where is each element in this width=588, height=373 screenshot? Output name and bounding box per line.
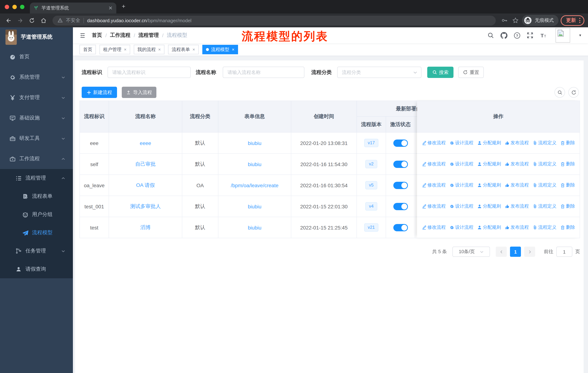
tag-view-item[interactable]: 我的流程× xyxy=(134,45,164,54)
op-link-definition[interactable]: 流程定义 xyxy=(532,182,556,188)
window-controls[interactable] xyxy=(5,5,24,9)
back-icon[interactable] xyxy=(4,16,13,25)
op-link-delete[interactable]: 删除 xyxy=(560,224,575,231)
version-badge[interactable]: v5 xyxy=(365,181,377,189)
breadcrumb-item[interactable]: 流程管理 xyxy=(138,32,159,39)
reload-icon[interactable] xyxy=(27,16,36,25)
op-link-assign[interactable]: 分配规则 xyxy=(477,203,501,210)
op-link-publish[interactable]: 发布流程 xyxy=(505,140,529,146)
page-size-select[interactable]: 10条/页 xyxy=(452,247,490,257)
next-page-button[interactable] xyxy=(524,247,535,257)
active-toggle[interactable] xyxy=(393,161,408,168)
browser-tab[interactable]: 芋道管理系统 ✕ xyxy=(30,2,116,13)
bookmark-star-icon[interactable] xyxy=(511,16,520,25)
form-info-link[interactable]: /bpm/oa/leave/create xyxy=(231,182,279,188)
reset-button[interactable]: 重置 xyxy=(458,67,484,78)
chevron-down-icon[interactable]: ▼ xyxy=(578,33,582,37)
forward-icon[interactable] xyxy=(15,16,25,25)
op-link-edit[interactable]: 修改流程 xyxy=(422,140,446,146)
prev-page-button[interactable] xyxy=(496,247,507,257)
breadcrumb-item[interactable]: 工作流程 xyxy=(110,32,130,39)
model-name-link[interactable]: 测试多审批人 xyxy=(130,203,161,210)
op-link-assign[interactable]: 分配规则 xyxy=(477,161,501,167)
op-link-publish[interactable]: 发布流程 xyxy=(505,224,529,231)
help-icon[interactable]: ? xyxy=(513,32,521,39)
avatar[interactable] xyxy=(556,28,570,43)
minimize-window-button[interactable] xyxy=(12,5,17,9)
sidebar-item[interactable]: 用户分组 xyxy=(0,205,73,224)
op-link-edit[interactable]: 修改流程 xyxy=(422,224,446,231)
sidebar-item[interactable]: 首页 xyxy=(0,47,73,67)
current-page-button[interactable]: 1 xyxy=(510,247,521,257)
sidebar-item[interactable]: 任务管理 xyxy=(0,242,73,260)
op-link-delete[interactable]: 删除 xyxy=(560,182,575,188)
form-info-link[interactable]: biubiu xyxy=(248,203,262,209)
sidebar-item[interactable]: 工作流程 xyxy=(0,149,73,169)
search-icon[interactable] xyxy=(487,32,494,39)
tag-view-item[interactable]: 流程表单× xyxy=(168,45,199,54)
import-model-button[interactable]: 导入流程 xyxy=(122,87,156,98)
home-icon[interactable] xyxy=(39,16,48,25)
tab-close-icon[interactable]: ✕ xyxy=(108,5,113,10)
op-link-edit[interactable]: 修改流程 xyxy=(422,203,446,210)
op-link-publish[interactable]: 发布流程 xyxy=(505,182,529,188)
op-link-publish[interactable]: 发布流程 xyxy=(505,203,529,210)
address-bar[interactable]: 不安全 dashboard.yudao.iocoder.cn/bpm/manag… xyxy=(52,15,496,25)
model-name-link[interactable]: eeee xyxy=(140,140,151,146)
goto-page-input[interactable] xyxy=(556,247,572,257)
form-info-link[interactable]: biubiu xyxy=(248,161,262,167)
filter-name-input[interactable] xyxy=(223,67,304,78)
form-info-link[interactable]: biubiu xyxy=(248,225,262,230)
active-toggle[interactable] xyxy=(393,203,408,210)
op-link-definition[interactable]: 流程定义 xyxy=(532,224,556,231)
font-size-icon[interactable]: TT xyxy=(539,32,547,39)
tag-view-item[interactable]: 流程模型× xyxy=(202,45,238,54)
new-tab-button[interactable]: + xyxy=(122,3,126,10)
op-link-design[interactable]: 设计流程 xyxy=(449,140,473,146)
security-label[interactable]: 不安全 xyxy=(66,17,80,24)
model-name-link[interactable]: 滔博 xyxy=(140,224,151,231)
op-link-definition[interactable]: 流程定义 xyxy=(532,203,556,210)
maximize-window-button[interactable] xyxy=(20,5,24,9)
tag-view-item[interactable]: 租户管理× xyxy=(100,45,130,54)
close-window-button[interactable] xyxy=(5,5,9,9)
sidebar-item[interactable]: 基础设施 xyxy=(0,108,73,128)
version-badge[interactable]: v2 xyxy=(365,160,377,168)
close-icon[interactable]: × xyxy=(124,47,126,52)
search-button[interactable]: 搜索 xyxy=(427,67,453,78)
op-link-delete[interactable]: 删除 xyxy=(560,203,575,210)
op-link-design[interactable]: 设计流程 xyxy=(449,203,473,210)
model-name-link[interactable]: OA 请假 xyxy=(136,182,155,189)
op-link-design[interactable]: 设计流程 xyxy=(449,161,473,167)
sidebar-item[interactable]: 研发工具 xyxy=(0,128,73,149)
sidebar-item[interactable]: 流程管理 xyxy=(0,169,73,187)
active-toggle[interactable] xyxy=(393,139,408,147)
op-link-assign[interactable]: 分配规则 xyxy=(477,224,501,231)
version-badge[interactable]: v17 xyxy=(364,139,378,147)
version-badge[interactable]: v4 xyxy=(365,202,377,211)
sidebar-item[interactable]: 支付管理 xyxy=(0,87,73,108)
op-link-definition[interactable]: 流程定义 xyxy=(532,140,556,146)
close-icon[interactable]: × xyxy=(158,47,161,52)
refresh-table-button[interactable] xyxy=(568,87,579,98)
browser-menu-icon[interactable] xyxy=(579,18,580,23)
password-key-icon[interactable] xyxy=(500,16,509,25)
active-toggle[interactable] xyxy=(393,224,408,231)
op-link-edit[interactable]: 修改流程 xyxy=(422,182,446,188)
github-icon[interactable] xyxy=(500,32,507,39)
active-toggle[interactable] xyxy=(393,181,408,189)
op-link-design[interactable]: 设计流程 xyxy=(449,224,473,231)
sidebar-collapse-icon[interactable] xyxy=(79,32,86,39)
form-info-link[interactable]: biubiu xyxy=(248,140,262,146)
breadcrumb-item[interactable]: 首页 xyxy=(92,32,102,39)
create-model-button[interactable]: 新建流程 xyxy=(82,87,117,98)
op-link-assign[interactable]: 分配规则 xyxy=(477,140,501,146)
close-icon[interactable]: × xyxy=(232,47,234,52)
fullscreen-icon[interactable] xyxy=(526,32,534,39)
version-badge[interactable]: v21 xyxy=(364,223,378,232)
op-link-design[interactable]: 设计流程 xyxy=(449,182,473,188)
sidebar-item[interactable]: 请假查询 xyxy=(0,260,73,278)
filter-category-select[interactable]: 流程分类 xyxy=(337,67,421,78)
update-button[interactable]: 更新 xyxy=(561,15,584,26)
sidebar-item[interactable]: 系统管理 xyxy=(0,67,73,87)
